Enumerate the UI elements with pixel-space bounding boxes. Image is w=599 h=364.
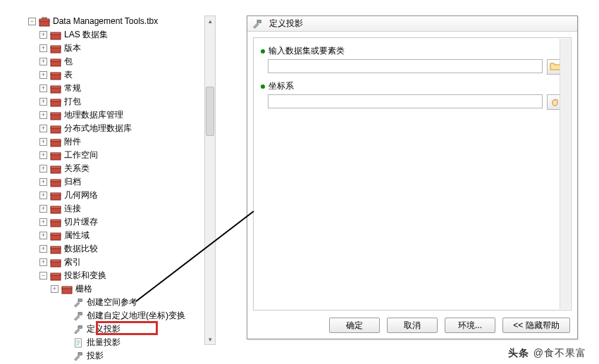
collapse-icon[interactable]: − (28, 18, 36, 25)
toolset-icon (61, 284, 73, 294)
scroll-down-arrow-icon[interactable]: ▾ (206, 335, 214, 344)
tree-toolset-1[interactable]: +版本 (39, 42, 218, 54)
tree-item-label: 归档 (64, 176, 81, 188)
toolset-icon (50, 111, 61, 120)
expand-icon[interactable]: + (39, 58, 47, 65)
expand-icon[interactable]: + (39, 138, 47, 146)
svg-rect-42 (62, 287, 72, 289)
expand-icon[interactable]: + (39, 31, 47, 39)
tree-toolset-14[interactable]: +切片缓存 (39, 216, 218, 228)
hammer-icon (73, 298, 84, 308)
expand-icon[interactable]: + (51, 285, 58, 293)
tree-proj-child-3[interactable]: 定义投影 (62, 323, 218, 335)
tree-toolset-9[interactable]: +工作空间 (39, 149, 218, 161)
expand-icon[interactable]: + (39, 84, 47, 92)
tree-scroll-thumb[interactable] (206, 87, 214, 136)
tree-panel: −Data Management Tools.tbx+LAS 数据集+版本+包+… (28, 15, 218, 346)
tree-toolset-2[interactable]: +包 (39, 56, 218, 68)
tree-toolset-11[interactable]: +归档 (39, 176, 218, 188)
toolset-icon (50, 218, 61, 227)
tree-toolset-12[interactable]: +几何网络 (39, 189, 218, 201)
expand-icon[interactable]: + (39, 111, 47, 119)
tree-item-label: 地理数据库管理 (64, 109, 123, 121)
tree-toolset-18[interactable]: −投影和变换 (39, 270, 218, 282)
tree-toolset-5[interactable]: +打包 (39, 96, 218, 108)
tree-item-label: 栅格 (75, 283, 92, 295)
expand-icon[interactable]: + (39, 151, 47, 159)
svg-rect-20 (51, 139, 61, 142)
tree-toolset-15[interactable]: +属性域 (39, 230, 218, 241)
expand-icon[interactable]: + (39, 71, 47, 79)
scroll-up-arrow-icon[interactable]: ▴ (206, 17, 214, 25)
tree-item-label: 版本 (64, 42, 81, 54)
expand-icon[interactable]: + (39, 205, 47, 213)
tree-item-label: 表 (64, 69, 73, 81)
tree-proj-child-0[interactable]: +栅格 (51, 283, 218, 295)
svg-rect-2 (42, 18, 47, 19)
define-projection-dialog: 定义投影 输入数据集或要素类 坐标系 (247, 15, 578, 339)
expand-icon[interactable]: + (39, 44, 47, 52)
tree-item-label: 定义投影 (87, 323, 121, 335)
svg-rect-6 (51, 46, 61, 48)
tree-proj-child-2[interactable]: 创建自定义地理(坐标)变换 (62, 310, 218, 322)
expand-icon[interactable]: + (39, 98, 47, 106)
tree-toolset-17[interactable]: +索引 (39, 256, 218, 268)
expand-icon[interactable]: + (39, 192, 47, 199)
collapse-icon[interactable]: − (39, 272, 47, 280)
expand-icon[interactable]: + (39, 232, 47, 239)
dialog-body-scrollbar[interactable] (560, 39, 570, 309)
script-icon (73, 338, 84, 348)
param2-input[interactable] (268, 94, 543, 108)
expand-icon[interactable]: + (39, 245, 47, 253)
tree-toolset-3[interactable]: +表 (39, 69, 218, 81)
tree-toolset-10[interactable]: +关系类 (39, 163, 218, 175)
hide-help-button[interactable]: << 隐藏帮助 (502, 318, 570, 333)
toolset-icon (50, 137, 61, 147)
tree-item-label: 切片缓存 (64, 216, 98, 228)
tree-toolset-8[interactable]: +附件 (39, 136, 218, 148)
expand-icon[interactable]: + (39, 165, 47, 172)
tree-item-label: 打包 (64, 96, 81, 108)
tree-toolset-0[interactable]: +LAS 数据集 (39, 29, 218, 41)
tree-scrollbar[interactable]: ▴ ▾ (204, 15, 216, 345)
svg-rect-4 (51, 32, 61, 34)
expand-icon[interactable]: + (39, 178, 47, 186)
dialog-title: 定义投影 (269, 18, 303, 30)
tree-item-label: 数据比较 (64, 243, 98, 255)
svg-rect-14 (51, 99, 61, 101)
svg-rect-40 (51, 273, 61, 275)
toolset-icon (50, 177, 61, 187)
toolset-icon (50, 244, 61, 254)
tree-toolset-4[interactable]: +常规 (39, 82, 218, 94)
tree-toolset-7[interactable]: +分布式地理数据库 (39, 123, 218, 134)
svg-rect-32 (51, 220, 61, 222)
toolset-icon (50, 30, 61, 40)
environments-button[interactable]: 环境... (445, 318, 495, 333)
expand-icon[interactable]: + (39, 258, 47, 266)
expand-icon[interactable]: + (39, 125, 47, 132)
expand-icon[interactable]: + (39, 218, 47, 226)
dialog-titlebar: 定义投影 (247, 16, 577, 32)
ok-button[interactable]: 确定 (329, 318, 380, 333)
tree-toolset-6[interactable]: +地理数据库管理 (39, 109, 218, 121)
tree-root-data-management[interactable]: −Data Management Tools.tbx (28, 15, 218, 27)
cancel-button[interactable]: 取消 (387, 318, 438, 333)
svg-rect-43 (78, 299, 82, 301)
tree-item-label: 批量投影 (87, 337, 121, 349)
hammer-icon (73, 325, 84, 334)
glyph-none (62, 352, 70, 360)
toolset-icon (50, 151, 61, 161)
dialog-body: 输入数据集或要素类 坐标系 (253, 37, 572, 310)
glyph-none (62, 339, 70, 346)
tree-item-label: 连接 (64, 203, 81, 215)
toolset-icon (50, 258, 61, 268)
param1-input[interactable] (268, 59, 543, 73)
tree-proj-child-1[interactable]: 创建空间参考 (62, 296, 218, 308)
tree-proj-child-5[interactable]: 投影 (62, 350, 218, 362)
tree-toolset-16[interactable]: +数据比较 (39, 243, 218, 255)
tree-proj-child-4[interactable]: 批量投影 (62, 337, 218, 349)
svg-rect-45 (78, 325, 82, 328)
tree-toolset-13[interactable]: +连接 (39, 203, 218, 215)
required-dot-icon (261, 49, 265, 54)
hammer-icon (73, 311, 84, 321)
